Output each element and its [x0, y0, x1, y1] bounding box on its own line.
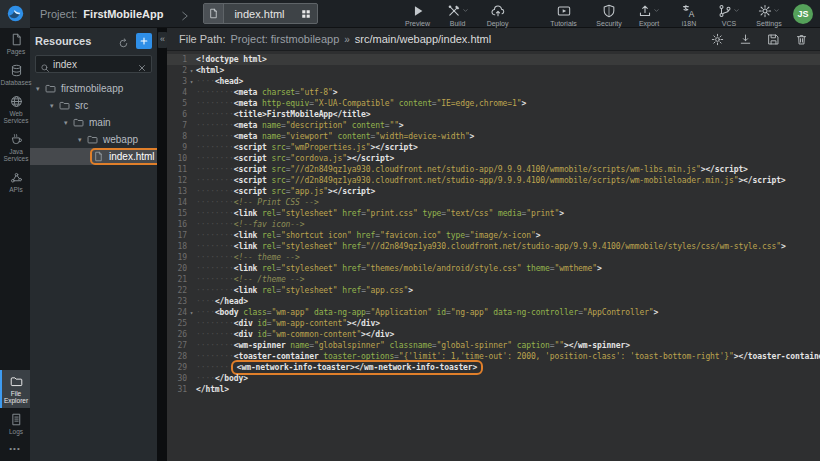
- fold-gutter: [187, 230, 196, 241]
- code-line-21[interactable]: 21········<!-- /theme -->: [167, 274, 820, 285]
- tool-label: Tutorials: [550, 20, 577, 28]
- search-input[interactable]: [53, 59, 137, 70]
- sidebar-item-pages[interactable]: Pages: [0, 28, 30, 59]
- code-line-26[interactable]: 26········<div id="wm-common-content"></…: [167, 329, 820, 340]
- logs-icon: [10, 413, 23, 426]
- code-token: <!-- Print CSS -->: [234, 198, 319, 207]
- sidebar-item-file-explorer[interactable]: File Explorer: [0, 370, 30, 408]
- code-line-17[interactable]: 17········<link rel="shortcut icon" href…: [167, 230, 820, 241]
- grid-icon[interactable]: [295, 4, 317, 23]
- code-line-14[interactable]: 14········<!-- Print CSS -->: [167, 197, 820, 208]
- code-line-11[interactable]: 11········<script src="//d2n849qz1ya930.…: [167, 164, 820, 175]
- save-file-button[interactable]: [767, 33, 780, 46]
- code-token: "print.css": [366, 209, 418, 218]
- code-line-content: ········<div id="wm-common-content"></di…: [196, 329, 820, 340]
- tool-deploy[interactable]: Deploy: [478, 0, 518, 28]
- refresh-icon[interactable]: [118, 35, 129, 46]
- tool-tutorials[interactable]: Tutorials: [544, 0, 584, 28]
- sidebar-item-java-services[interactable]: Java Services: [0, 128, 30, 166]
- code-line-27[interactable]: 27········<wm-spinner name="globalspinne…: [167, 340, 820, 351]
- file-settings-button[interactable]: [711, 33, 724, 46]
- clear-search-icon[interactable]: [137, 59, 147, 69]
- svg-text:A: A: [689, 8, 695, 17]
- code-token: "//d2n849qz1ya930.cloudfront.net/studio-…: [290, 176, 738, 185]
- file-path-label: File Path:: [179, 33, 225, 45]
- fold-gutter: [187, 87, 196, 98]
- download-file-button[interactable]: [739, 33, 752, 46]
- fold-icon[interactable]: ▾: [187, 65, 196, 76]
- tree-item-firstmobileapp[interactable]: ▾firstmobileapp: [30, 80, 157, 97]
- tool-preview[interactable]: Preview: [398, 0, 438, 28]
- code-line-29[interactable]: 29········<wm-network-info-toaster></wm-…: [167, 362, 820, 373]
- chevron-down-icon: [462, 0, 469, 18]
- tree-item-index.html[interactable]: index.html: [30, 148, 157, 165]
- code-line-19[interactable]: 19········<!-- theme -->: [167, 252, 820, 263]
- code-token: src: [267, 154, 286, 163]
- code-line-15[interactable]: 15········<link rel="stylesheet" href="p…: [167, 208, 820, 219]
- tree-expand-icon[interactable]: ▾: [36, 85, 45, 93]
- sidebar-item-databases[interactable]: Databases: [0, 59, 30, 90]
- code-line-16[interactable]: 16········<!--fav icon-->: [167, 219, 820, 230]
- indent-whitespace: ········: [196, 341, 234, 350]
- tool-security[interactable]: Security: [589, 0, 629, 28]
- project-indicator[interactable]: Project: FirstMobileApp: [40, 8, 163, 20]
- tree-item-main[interactable]: ▾main: [30, 114, 157, 131]
- code-line-10[interactable]: 10········<script src="cordova.js"></scr…: [167, 153, 820, 164]
- wavemaker-logo[interactable]: [0, 0, 30, 28]
- code-token: <meta: [234, 132, 258, 141]
- code-line-30[interactable]: 30····</body>: [167, 373, 820, 384]
- fold-icon[interactable]: ▾: [187, 307, 196, 318]
- delete-file-button[interactable]: [795, 33, 808, 46]
- code-line-31[interactable]: 31</html>: [167, 384, 820, 395]
- code-line-6[interactable]: 6········<title>FirstMobileApp</title>: [167, 109, 820, 120]
- collapse-panel-icon[interactable]: «: [158, 32, 167, 48]
- tree-item-src[interactable]: ▾src: [30, 97, 157, 114]
- code-token: ></script>: [738, 176, 785, 185]
- tool-build[interactable]: Build: [438, 0, 478, 28]
- code-area[interactable]: 1<!doctype html>2▾<html>3▾····<head>4···…: [167, 51, 820, 461]
- code-line-3[interactable]: 3▾····<head>: [167, 76, 820, 87]
- code-line-13[interactable]: 13········<script src="app.js"></script>: [167, 186, 820, 197]
- code-line-1[interactable]: 1<!doctype html>: [167, 54, 820, 65]
- fold-icon[interactable]: ▾: [187, 76, 196, 87]
- tree-expand-icon[interactable]: ▾: [78, 136, 87, 144]
- code-line-24[interactable]: 24▾····<body class="wm-app" data-ng-app=…: [167, 307, 820, 318]
- code-line-2[interactable]: 2▾<html>: [167, 65, 820, 76]
- panel-divider[interactable]: «: [158, 28, 167, 461]
- code-line-22[interactable]: 22········<link rel="stylesheet" href="a…: [167, 285, 820, 296]
- user-avatar[interactable]: JS: [793, 4, 813, 24]
- code-token: >: [408, 286, 413, 295]
- code-token: >: [781, 242, 786, 251]
- tool-settings[interactable]: Settings: [749, 0, 789, 28]
- code-line-23[interactable]: 23····</head>: [167, 296, 820, 307]
- tool-vcs[interactable]: VCS: [709, 0, 749, 28]
- code-line-12[interactable]: 12········<script src="//d2n849qz1ya930.…: [167, 175, 820, 186]
- tree-expand-icon[interactable]: ▾: [64, 119, 73, 127]
- indent-whitespace: ········: [196, 264, 234, 273]
- code-line-20[interactable]: 20········<link rel="stylesheet" href="t…: [167, 263, 820, 274]
- code-line-7[interactable]: 7········<meta name="description" conten…: [167, 120, 820, 131]
- sidebar-item-label: APIs: [9, 186, 23, 193]
- sidebar-item-apis[interactable]: APIs: [0, 166, 30, 197]
- tab-index-html[interactable]: index.html: [203, 3, 317, 24]
- code-line-8[interactable]: 8········<meta name="viewport" content="…: [167, 131, 820, 142]
- code-line-4[interactable]: 4········<meta charset="utf-8">: [167, 87, 820, 98]
- line-number: 2: [167, 65, 187, 76]
- code-token: data-ng-controller: [489, 308, 579, 317]
- tool-export[interactable]: Export: [629, 0, 669, 28]
- tree-item-label: main: [89, 117, 111, 128]
- tool-i18n[interactable]: Ai18N: [669, 0, 709, 28]
- add-resource-button[interactable]: [136, 33, 152, 49]
- tutorials-icon: [557, 4, 571, 18]
- code-line-9[interactable]: 9········<script src="wmProperties.js"><…: [167, 142, 820, 153]
- more-options-button[interactable]: •••: [0, 439, 30, 461]
- sidebar-item-logs[interactable]: Logs: [0, 408, 30, 439]
- tree-item-webapp[interactable]: ▾webapp: [30, 131, 157, 148]
- code-token: theme: [522, 264, 550, 273]
- code-line-5[interactable]: 5········<meta http-equiv="X-UA-Compatib…: [167, 98, 820, 109]
- code-line-25[interactable]: 25········<div id="wm-app-content"></div…: [167, 318, 820, 329]
- code-line-28[interactable]: 28········<toaster-container toaster-opt…: [167, 351, 820, 362]
- tree-expand-icon[interactable]: ▾: [50, 102, 59, 110]
- sidebar-item-web-services[interactable]: Web Services: [0, 90, 30, 128]
- code-line-18[interactable]: 18········<link rel="stylesheet" href="/…: [167, 241, 820, 252]
